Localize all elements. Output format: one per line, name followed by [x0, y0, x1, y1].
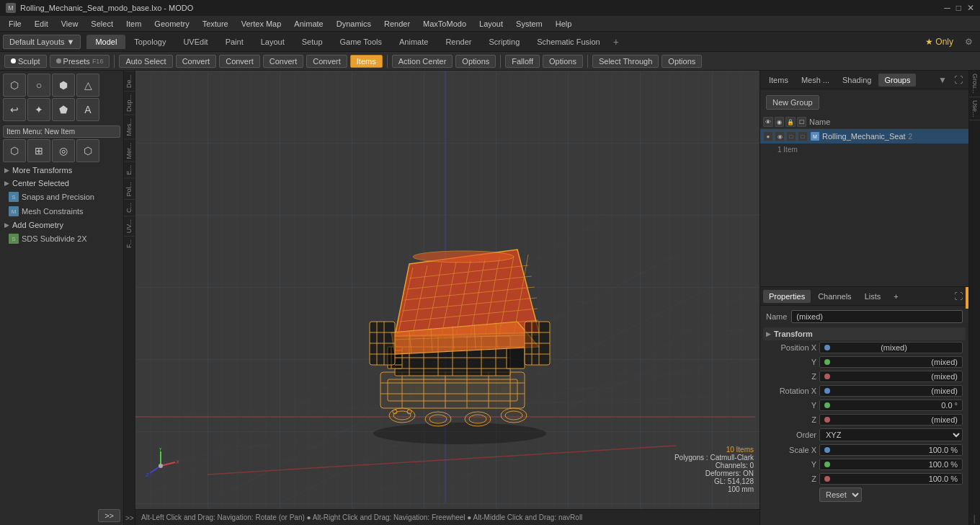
scene-row-render-1[interactable]: ◉	[775, 131, 785, 141]
lists-tab[interactable]: Lists	[859, 290, 887, 303]
scene-icon-box[interactable]: ☐	[797, 117, 807, 127]
tab-animate[interactable]: Animate	[391, 35, 437, 49]
tool-btn-b[interactable]: ⊞	[27, 139, 50, 162]
strip-label-pol[interactable]: Pol...	[124, 178, 135, 200]
mesh-constraints-item[interactable]: M Mesh Constraints	[0, 204, 123, 219]
properties-tab[interactable]: Properties	[763, 290, 811, 303]
strip-label-c[interactable]: C...	[124, 199, 135, 216]
rotation-z-field[interactable]: (mixed)	[819, 414, 963, 425]
reset-btn[interactable]: Reset	[819, 488, 862, 502]
strip-label-mer[interactable]: Mer...	[124, 139, 135, 162]
menu-geometry[interactable]: Geometry	[148, 18, 195, 30]
close-btn[interactable]: ✕	[967, 3, 974, 13]
menu-item[interactable]: Item	[120, 18, 147, 30]
scene-icon-eye[interactable]: 👁	[763, 117, 773, 127]
convert2-btn[interactable]: Convert	[219, 55, 260, 68]
menu-help[interactable]: Help	[550, 18, 578, 30]
tab-topology[interactable]: Topology	[125, 35, 174, 49]
item-menu-dropdown[interactable]: Item Menu: New Item	[3, 125, 120, 138]
order-select[interactable]: XYZ	[819, 428, 963, 441]
sculpt-btn[interactable]: Sculpt	[4, 55, 47, 68]
convert4-btn[interactable]: Convert	[306, 55, 347, 68]
scale-x-field[interactable]: 100.0 %	[819, 444, 963, 456]
menu-edit[interactable]: Edit	[29, 18, 54, 30]
menu-animate[interactable]: Animate	[288, 18, 329, 30]
scene-row-eye-1[interactable]: ●	[763, 131, 773, 141]
viewport[interactable]: Perspective Default Ray GL: Off ⊕ ↻ ⊡ ◫ …	[135, 71, 760, 525]
scene-icon-lock[interactable]: 🔒	[785, 117, 796, 127]
scale-z-field[interactable]: 100.0 %	[819, 473, 963, 485]
layout-dropdown[interactable]: Default Layouts ▼	[3, 35, 81, 49]
menu-system[interactable]: System	[510, 18, 548, 30]
tab-schematic-fusion[interactable]: Schematic Fusion	[528, 35, 608, 49]
strip-label-uv[interactable]: UV...	[124, 216, 135, 236]
position-z-field[interactable]: (mixed)	[819, 371, 963, 382]
falloff-btn[interactable]: Falloff	[505, 55, 540, 68]
action-center-btn[interactable]: Action Center	[392, 55, 453, 68]
tool-scale-btn[interactable]: △	[76, 74, 99, 97]
strip-label-mes[interactable]: Mes...	[124, 115, 135, 139]
convert3-btn[interactable]: Convert	[263, 55, 304, 68]
options1-btn[interactable]: Options	[455, 55, 496, 68]
scene-panel-expand[interactable]: ⛶	[951, 74, 966, 87]
add-geometry-header[interactable]: ▶ Add Geometry	[0, 219, 123, 231]
position-x-field[interactable]: (mixed)	[819, 342, 963, 353]
scene-tab-shading[interactable]: Shading	[837, 74, 877, 87]
new-group-btn[interactable]: New Group	[766, 95, 819, 110]
convert1-btn[interactable]: Convert	[176, 55, 217, 68]
menu-vertex-map[interactable]: Vertex Map	[236, 18, 288, 30]
scene-tab-groups[interactable]: Groups	[878, 74, 916, 87]
tab-layout[interactable]: Layout	[252, 35, 293, 49]
tool-undo-btn[interactable]: ↩	[3, 98, 26, 121]
prop-name-field[interactable]	[791, 310, 963, 323]
auto-select-btn[interactable]: Auto Select	[119, 55, 172, 68]
scene-item-rolling-mechanic-seat[interactable]: ● ◉ □ □ M Rolling_Mechanic_Seat 2	[760, 129, 968, 144]
tab-paint[interactable]: Paint	[217, 35, 252, 49]
scene-row-box-1[interactable]: □	[798, 131, 808, 141]
properties-panel-expand[interactable]: ⛶	[951, 290, 966, 303]
menu-view[interactable]: View	[55, 18, 84, 30]
channels-tab[interactable]: Channels	[812, 290, 857, 303]
menu-render[interactable]: Render	[378, 18, 416, 30]
position-y-field[interactable]: (mixed)	[819, 356, 963, 368]
scene-icon-render[interactable]: ◉	[775, 117, 785, 127]
strip-label-e[interactable]: E...	[124, 162, 135, 178]
tool-select-btn[interactable]: ⬡	[3, 74, 26, 97]
tab-add-btn[interactable]: +	[609, 35, 623, 49]
scene-tab-items[interactable]: Items	[763, 74, 794, 87]
sds-subdivide-item[interactable]: S SDS Subdivide 2X	[0, 231, 123, 246]
tool-btn-a[interactable]: ⬡	[3, 139, 26, 162]
right-panel-handle[interactable]	[966, 287, 968, 309]
snaps-precision-item[interactable]: S Snaps and Precision	[0, 190, 123, 204]
options2-btn[interactable]: Options	[543, 55, 583, 68]
rstrip-btn[interactable]: │	[969, 513, 980, 525]
tab-game-tools[interactable]: Game Tools	[331, 35, 391, 49]
menu-maxtomodo[interactable]: MaxToModo	[417, 18, 472, 30]
menu-select[interactable]: Select	[85, 18, 119, 30]
tab-model[interactable]: Model	[86, 35, 125, 49]
center-selected-header[interactable]: ▶ Center Selected	[0, 177, 123, 190]
items-btn[interactable]: Items	[350, 55, 383, 68]
options3-btn[interactable]: Options	[662, 55, 702, 68]
rotation-y-field[interactable]: 0.0 °	[819, 400, 963, 411]
tool-btn-c[interactable]: ◎	[52, 139, 75, 162]
select-through-btn[interactable]: Select Through	[592, 55, 659, 68]
tool-text-btn[interactable]: A	[76, 98, 99, 121]
strip-label-f[interactable]: F...	[124, 236, 135, 251]
properties-add-tab[interactable]: +	[888, 290, 904, 303]
strip-collapse-btn[interactable]: >>	[124, 511, 135, 525]
menu-dynamics[interactable]: Dynamics	[331, 18, 377, 30]
menu-texture[interactable]: Texture	[197, 18, 234, 30]
more-transforms-header[interactable]: ▶ More Transforms	[0, 164, 123, 177]
minimize-btn[interactable]: ─	[944, 3, 950, 13]
tab-gear-btn[interactable]: ⚙	[961, 35, 977, 48]
viewport-3d-canvas[interactable]: 10 Items Polygons : Catmull-Clark Channe…	[135, 71, 760, 509]
tab-render[interactable]: Render	[437, 35, 480, 49]
tool-btn-d[interactable]: ⬡	[76, 139, 99, 162]
menu-file[interactable]: File	[3, 18, 27, 30]
tool-rotate-btn[interactable]: ⬢	[52, 74, 75, 97]
scene-tab-mesh[interactable]: Mesh ...	[796, 74, 835, 87]
sidebar-collapse-btn[interactable]: >>	[98, 509, 120, 522]
tab-star[interactable]: ★ Only	[921, 35, 958, 48]
strip-label-de[interactable]: De...	[124, 71, 135, 91]
